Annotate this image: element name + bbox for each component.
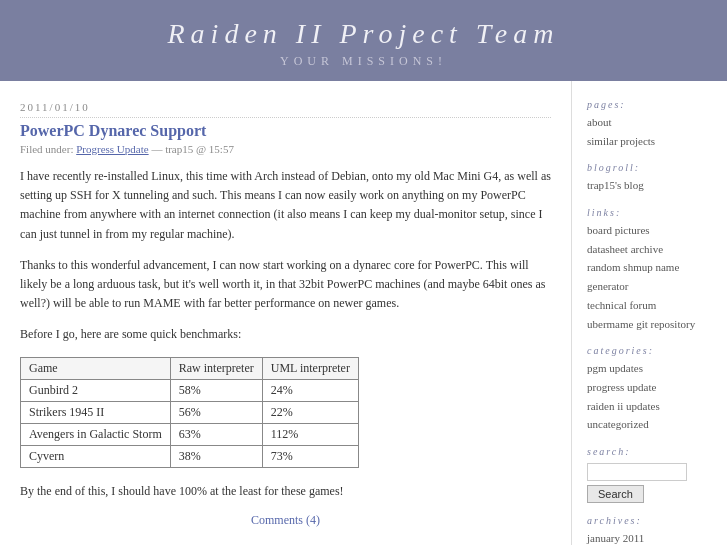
table-cell: 63% bbox=[170, 423, 262, 445]
sidebar-links: board picturesdatasheet archiverandom sh… bbox=[587, 221, 712, 333]
table-cell: 56% bbox=[170, 401, 262, 423]
post-filed: Filed under: Progress Update — trap15 @ … bbox=[20, 143, 551, 155]
sidebar-link[interactable]: similar projects bbox=[587, 132, 712, 151]
table-cell: 22% bbox=[262, 401, 358, 423]
sidebar-blogroll: trap15's blog bbox=[587, 176, 712, 195]
table-cell: 58% bbox=[170, 379, 262, 401]
search-button[interactable]: Search bbox=[587, 485, 644, 503]
sidebar-link[interactable]: ubermame git repository bbox=[587, 315, 712, 334]
sidebar: pages: aboutsimilar projects blogroll: t… bbox=[572, 81, 727, 545]
site-subtitle: YOUR MISSIONS! bbox=[0, 54, 727, 69]
filed-category[interactable]: Progress Update bbox=[76, 143, 148, 155]
sidebar-link[interactable]: random shmup name generator bbox=[587, 258, 712, 295]
post-body: I have recently re-installed Linux, this… bbox=[20, 167, 551, 501]
links-label: links: bbox=[587, 207, 712, 218]
filed-author: trap15 @ 15:57 bbox=[165, 143, 234, 155]
sidebar-link[interactable]: technical forum bbox=[587, 296, 712, 315]
comments-link[interactable]: Comments (4) bbox=[20, 513, 551, 528]
site-header: Raiden II Project Team YOUR MISSIONS! bbox=[0, 0, 727, 81]
sidebar-link[interactable]: progress update bbox=[587, 378, 712, 397]
table-cell: Strikers 1945 II bbox=[21, 401, 171, 423]
col-header-raw: Raw interpreter bbox=[170, 357, 262, 379]
sidebar-archives: january 2011december 2010november 2010se… bbox=[587, 529, 712, 545]
sidebar-link[interactable]: about bbox=[587, 113, 712, 132]
search-box: Search bbox=[587, 463, 712, 503]
sidebar-categories: pgm updatesprogress updateraiden ii upda… bbox=[587, 359, 712, 434]
body-footer: By the end of this, I should have 100% a… bbox=[20, 482, 551, 501]
main-content: 2011/01/10 PowerPC Dynarec Support Filed… bbox=[0, 81, 572, 545]
body-para-3: Before I go, here are some quick benchma… bbox=[20, 325, 551, 344]
col-header-game: Game bbox=[21, 357, 171, 379]
pages-label: pages: bbox=[587, 99, 712, 110]
table-row: Strikers 1945 II56%22% bbox=[21, 401, 359, 423]
sidebar-pages: aboutsimilar projects bbox=[587, 113, 712, 150]
sidebar-link[interactable]: trap15's blog bbox=[587, 176, 712, 195]
body-para-1: I have recently re-installed Linux, this… bbox=[20, 167, 551, 244]
table-cell: Gunbird 2 bbox=[21, 379, 171, 401]
table-cell: 24% bbox=[262, 379, 358, 401]
sidebar-link[interactable]: uncategorized bbox=[587, 415, 712, 434]
filed-prefix: Filed under: bbox=[20, 143, 73, 155]
filed-sep: — bbox=[151, 143, 165, 155]
blogroll-label: blogroll: bbox=[587, 162, 712, 173]
archives-label: archives: bbox=[587, 515, 712, 526]
post-date: 2011/01/10 bbox=[20, 101, 551, 118]
table-row: Gunbird 258%24% bbox=[21, 379, 359, 401]
table-row: Avengers in Galactic Storm63%112% bbox=[21, 423, 359, 445]
table-cell: Cyvern bbox=[21, 445, 171, 467]
benchmark-table: Game Raw interpreter UML interpreter Gun… bbox=[20, 357, 359, 468]
sidebar-link[interactable]: january 2011 bbox=[587, 529, 712, 545]
table-cell: 73% bbox=[262, 445, 358, 467]
body-para-2: Thanks to this wonderful advancement, I … bbox=[20, 256, 551, 314]
post-title: PowerPC Dynarec Support bbox=[20, 122, 551, 140]
search-label: search: bbox=[587, 446, 712, 457]
table-row: Cyvern38%73% bbox=[21, 445, 359, 467]
comments-anchor[interactable]: Comments (4) bbox=[251, 513, 320, 527]
table-cell: Avengers in Galactic Storm bbox=[21, 423, 171, 445]
sidebar-link[interactable]: board pictures bbox=[587, 221, 712, 240]
col-header-uml: UML interpreter bbox=[262, 357, 358, 379]
sidebar-link[interactable]: datasheet archive bbox=[587, 240, 712, 259]
table-cell: 112% bbox=[262, 423, 358, 445]
search-input[interactable] bbox=[587, 463, 687, 481]
site-title: Raiden II Project Team bbox=[0, 18, 727, 50]
sidebar-link[interactable]: raiden ii updates bbox=[587, 397, 712, 416]
sidebar-link[interactable]: pgm updates bbox=[587, 359, 712, 378]
categories-label: categories: bbox=[587, 345, 712, 356]
table-cell: 38% bbox=[170, 445, 262, 467]
